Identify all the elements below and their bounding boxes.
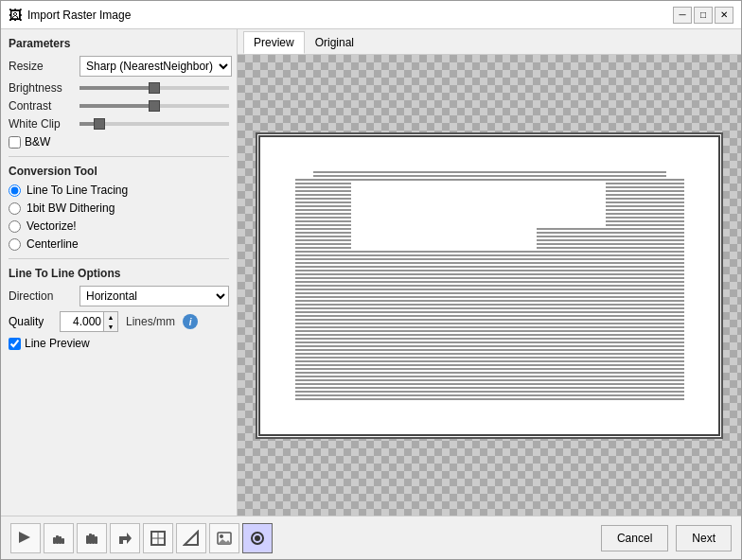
white-clip-label: White Clip <box>9 117 80 131</box>
next-button[interactable]: Next <box>676 525 732 551</box>
radio-vectorize-label: Vectorize! <box>26 219 77 233</box>
quality-info-icon[interactable]: i <box>183 314 198 329</box>
radio-line-tracing: Line To Line Tracing <box>9 184 229 197</box>
svg-point-16 <box>220 534 223 538</box>
contrast-slider-container <box>80 104 229 108</box>
brightness-row: Brightness <box>9 81 229 95</box>
tool-hand-button[interactable] <box>44 523 74 553</box>
preview-image-wrapper <box>256 132 723 439</box>
quality-spinbox: 4.000 ▲ ▼ <box>60 311 118 332</box>
quality-input[interactable]: 4.000 <box>61 312 103 331</box>
divider-1 <box>9 156 229 157</box>
svg-rect-5 <box>53 540 64 543</box>
tool-active-button[interactable] <box>242 523 273 553</box>
bw-label: B&W <box>25 135 50 149</box>
resize-row: Resize Sharp (NearestNeighbor) Smooth (B… <box>9 56 229 77</box>
radio-vectorize-input[interactable] <box>9 220 21 233</box>
line-preview-row: Line Preview <box>9 337 229 350</box>
contrast-label: Contrast <box>9 99 80 113</box>
quality-label: Quality <box>9 315 56 328</box>
resize-select[interactable]: Sharp (NearestNeighbor) Smooth (Bilinear… <box>80 56 232 77</box>
svg-marker-14 <box>185 532 198 545</box>
svg-rect-6 <box>86 535 89 544</box>
title-bar: 🖼 Import Raster Image ─ □ ✕ <box>1 1 741 29</box>
svg-marker-0 <box>19 532 30 543</box>
radio-line-tracing-input[interactable] <box>9 184 21 197</box>
title-bar-left: 🖼 Import Raster Image <box>9 8 131 23</box>
cancel-button[interactable]: Cancel <box>601 525 668 551</box>
svg-rect-8 <box>92 534 95 544</box>
brightness-slider[interactable] <box>80 86 229 90</box>
line-options-title: Line To Line Options <box>9 267 229 280</box>
preview-canvas <box>257 134 721 437</box>
quality-unit: Lines/mm <box>126 315 175 328</box>
minimize-button[interactable]: ─ <box>673 7 692 24</box>
tool-arrow2-button[interactable] <box>110 523 140 553</box>
preview-tabs: Preview Original <box>238 29 741 55</box>
bottom-actions: Cancel Next <box>601 525 732 551</box>
close-button[interactable]: ✕ <box>715 7 733 24</box>
line-preview-checkbox[interactable] <box>9 338 21 350</box>
quality-up-arrow[interactable]: ▲ <box>104 312 117 322</box>
bw-checkbox[interactable] <box>9 136 21 149</box>
svg-marker-17 <box>218 539 231 544</box>
line-preview-label: Line Preview <box>25 337 90 350</box>
radio-centerline-input[interactable] <box>9 238 21 251</box>
direction-select[interactable]: Horizontal Vertical Diagonal <box>80 286 229 306</box>
contrast-row: Contrast <box>9 99 229 113</box>
svg-point-19 <box>255 535 260 541</box>
tool-arrow-button[interactable] <box>10 523 41 553</box>
tool-grab-button[interactable] <box>77 523 107 553</box>
radio-vectorize: Vectorize! <box>9 219 229 233</box>
direction-row: Direction Horizontal Vertical Diagonal <box>9 286 229 306</box>
tool-triangle-button[interactable] <box>176 523 206 553</box>
restore-button[interactable]: □ <box>694 7 713 24</box>
tab-original[interactable]: Original <box>305 31 364 54</box>
quality-arrows: ▲ ▼ <box>103 312 117 331</box>
radio-centerline: Centerline <box>9 237 229 251</box>
conversion-section-title: Conversion Tool <box>9 165 229 178</box>
white-clip-row: White Clip <box>9 117 229 131</box>
resize-label: Resize <box>9 60 80 73</box>
radio-dithering-label: 1bit BW Dithering <box>26 201 115 215</box>
brightness-slider-container <box>80 86 229 90</box>
white-clip-slider-container <box>80 122 229 126</box>
brightness-label: Brightness <box>9 81 80 95</box>
divider-2 <box>9 258 229 259</box>
quality-row: Quality 4.000 ▲ ▼ Lines/mm i <box>9 311 229 332</box>
white-clip-slider[interactable] <box>80 122 229 126</box>
left-panel: Parameters Resize Sharp (NearestNeighbor… <box>1 29 238 516</box>
quality-down-arrow[interactable]: ▼ <box>104 322 117 331</box>
bottom-tools <box>10 523 273 553</box>
title-controls: ─ □ ✕ <box>673 7 733 24</box>
tool-frame-button[interactable] <box>143 523 173 553</box>
svg-marker-10 <box>119 533 132 544</box>
bw-row: B&W <box>9 135 229 149</box>
tool-image-button[interactable] <box>209 523 239 553</box>
right-panel: Preview Original <box>238 29 741 516</box>
radio-centerline-label: Centerline <box>26 237 79 251</box>
app-icon: 🖼 <box>9 8 22 23</box>
tab-preview[interactable]: Preview <box>243 31 305 54</box>
contrast-slider[interactable] <box>80 104 229 108</box>
window-title: Import Raster Image <box>27 9 131 22</box>
main-content: Parameters Resize Sharp (NearestNeighbor… <box>1 29 741 516</box>
preview-area <box>238 55 741 516</box>
radio-dithering: 1bit BW Dithering <box>9 201 229 215</box>
parameters-section-title: Parameters <box>9 37 229 50</box>
main-window: 🖼 Import Raster Image ─ □ ✕ Parameters R… <box>0 0 742 560</box>
bottom-bar: Cancel Next <box>1 516 741 559</box>
direction-label: Direction <box>9 289 80 303</box>
radio-dithering-input[interactable] <box>9 202 21 215</box>
radio-line-tracing-label: Line To Line Tracing <box>26 184 128 197</box>
